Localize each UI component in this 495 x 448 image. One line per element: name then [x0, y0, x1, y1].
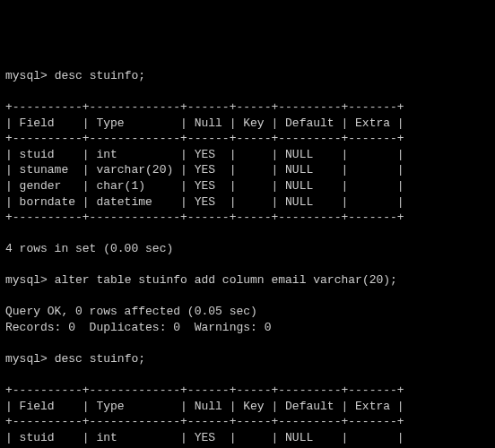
table-border: +----------+-------------+------+-----+-…: [5, 415, 404, 428]
table-border: +----------+-------------+------+-----+-…: [5, 383, 404, 397]
mysql-prompt: mysql>: [5, 273, 48, 287]
query-result: Query OK, 0 rows affected (0.05 sec): [5, 305, 257, 318]
query-result: Records: 0 Duplicates: 0 Warnings: 0: [5, 321, 271, 334]
command-text: desc stuinfo;: [55, 352, 145, 366]
table-border: +----------+-------------+------+-----+-…: [5, 100, 404, 114]
table-row: | stuid | int | YES | | NULL | |: [5, 431, 404, 444]
table-row: | stuid | int | YES | | NULL | |: [5, 148, 404, 161]
terminal-line: mysql> desc stuinfo;: [5, 68, 490, 84]
mysql-prompt: mysql>: [5, 69, 48, 82]
table-row: | gender | char(1) | YES | | NULL | |: [5, 179, 404, 193]
result-footer: 4 rows in set (0.00 sec): [5, 242, 173, 255]
terminal-line: mysql> alter table stuinfo add column em…: [5, 272, 490, 289]
table-border: +----------+-------------+------+-----+-…: [5, 211, 404, 224]
table-border: +----------+-------------+------+-----+-…: [5, 132, 404, 145]
table-row: | borndate | datetime | YES | | NULL | |: [5, 195, 404, 209]
table-header: | Field | Type | Null | Key | Default | …: [5, 116, 404, 130]
command-text: alter table stuinfo add column email var…: [55, 273, 397, 287]
blank-line: [5, 336, 13, 349]
table-header: | Field | Type | Null | Key | Default | …: [5, 400, 404, 413]
table-row: | stuname | varchar(20) | YES | | NULL |…: [5, 163, 404, 177]
blank-line: [5, 258, 13, 271]
blank-line: [5, 227, 13, 240]
mysql-prompt: mysql>: [5, 352, 48, 366]
terminal-line: mysql> desc stuinfo;: [5, 351, 490, 367]
command-text: desc stuinfo;: [55, 69, 145, 82]
